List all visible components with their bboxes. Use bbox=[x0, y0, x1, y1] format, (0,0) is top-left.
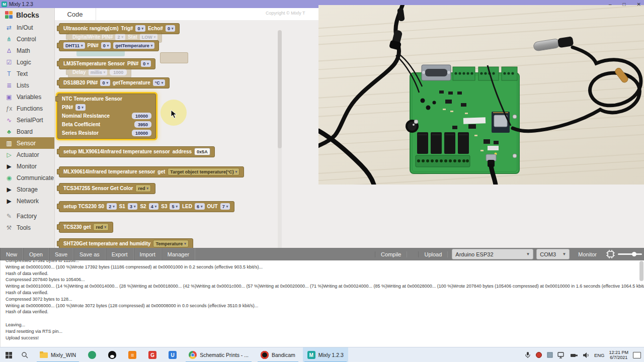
output-console[interactable]: Compressed 17392 bytes to 11186...Writin… bbox=[0, 260, 644, 347]
sidebar-item-inout[interactable]: ⇄In/Out bbox=[0, 22, 54, 33]
import-button[interactable]: Import bbox=[134, 248, 162, 260]
usb-device-icon[interactable] bbox=[570, 352, 578, 358]
notification-center-icon[interactable] bbox=[633, 352, 641, 358]
sidebar-item-lists[interactable]: ≣Lists bbox=[0, 79, 54, 91]
block-label: Series Resistor bbox=[62, 130, 99, 136]
block-dropdown[interactable]: 2▾ bbox=[115, 34, 125, 40]
monitor-button[interactable]: Monitor bbox=[573, 251, 602, 257]
close-button[interactable]: ✕ bbox=[637, 2, 641, 7]
block-dropdown[interactable]: millis▾ bbox=[89, 69, 108, 75]
maximize-button[interactable]: □ bbox=[623, 2, 626, 7]
recording-indicator-icon[interactable] bbox=[535, 351, 542, 358]
tab-code[interactable]: Code bbox=[54, 8, 96, 20]
block-delay-ghost[interactable]: Delaymillis▾1000 bbox=[68, 67, 131, 78]
block-dropdown[interactable]: 5▾ bbox=[170, 203, 180, 210]
block-dropdown[interactable]: 6▾ bbox=[195, 203, 205, 210]
block-dropdown[interactable]: °C▾ bbox=[153, 79, 166, 86]
block-value-field[interactable]: 3950 bbox=[134, 121, 151, 128]
block-dropdown[interactable]: Temperature▾ bbox=[153, 240, 188, 247]
tray-app-icon[interactable] bbox=[547, 352, 553, 358]
sidebar-item-network[interactable]: ▶Network bbox=[0, 195, 54, 207]
mixly-app-icon: M bbox=[2, 2, 7, 7]
taskbar-app-app-wps[interactable] bbox=[124, 347, 141, 362]
block-mlx90614-get[interactable]: MLX90614Infrared temperature sensorgetTa… bbox=[59, 166, 244, 177]
taskbar-app-app-u[interactable]: U bbox=[164, 347, 181, 362]
microphone-icon[interactable] bbox=[525, 351, 531, 358]
block-value-field[interactable]: 0x5A bbox=[194, 148, 210, 155]
taskbar-app-mixly[interactable]: MMixly 1.2.3 bbox=[303, 347, 348, 362]
start-button[interactable] bbox=[0, 347, 17, 362]
block-dropdown[interactable]: 0▾ bbox=[135, 25, 145, 32]
block-dropdown[interactable]: 7▾ bbox=[220, 203, 230, 210]
sidebar-item-communicate[interactable]: ◉Communicate bbox=[0, 172, 54, 184]
block-dropdown[interactable]: 0▾ bbox=[101, 42, 111, 49]
console-scrollbar-thumb[interactable] bbox=[639, 261, 643, 281]
block-dropdown[interactable]: 0▾ bbox=[166, 25, 176, 32]
speaker-icon[interactable] bbox=[583, 352, 590, 358]
block-dropdown[interactable]: 4▾ bbox=[149, 203, 159, 210]
block-dropdown[interactable]: 0▾ bbox=[141, 60, 151, 67]
sidebar-item-board[interactable]: ♣Board bbox=[0, 126, 54, 137]
sidebar-item-text[interactable]: TText bbox=[0, 68, 54, 79]
open-button[interactable]: Open bbox=[23, 248, 49, 260]
block-dropdown[interactable]: DHT11▾ bbox=[63, 42, 85, 49]
sidebar-item-monitor[interactable]: ▶Monitor bbox=[0, 160, 54, 172]
sidebar-item-variables[interactable]: ▣Variables bbox=[0, 91, 54, 103]
block-dropdown[interactable]: 0▾ bbox=[100, 79, 110, 86]
taskbar-app-mixly-win-folder[interactable]: Mixly_WIN bbox=[35, 347, 80, 362]
block-ds18b20[interactable]: DS18B20 PIN#0▾getTemperature°C▾ bbox=[59, 77, 170, 88]
language-indicator[interactable]: ENG bbox=[594, 352, 605, 358]
block-dht11[interactable]: DHT11▾PIN#0▾getTemperature▾ bbox=[59, 40, 159, 51]
block-dropdown[interactable]: 3▾ bbox=[128, 203, 138, 210]
block-ntc[interactable]: NTC Temperature SensorPIN#0▾Nominal Resi… bbox=[57, 94, 156, 139]
sidebar-item-functions[interactable]: ƒxFunctions bbox=[0, 103, 54, 114]
taskbar-search-button[interactable] bbox=[17, 347, 32, 362]
block-mlx90614-setup[interactable]: setup MLX90614Infrared temperature senso… bbox=[59, 146, 215, 157]
sidebar-item-factory[interactable]: ✎Factory bbox=[0, 210, 54, 222]
block-value-field[interactable]: 10000 bbox=[132, 130, 151, 136]
sidebar-item-control[interactable]: ⋔Control bbox=[0, 33, 54, 45]
taskbar-app-app-qq[interactable] bbox=[104, 347, 121, 362]
taskbar-app-app-green[interactable] bbox=[84, 347, 101, 362]
board-select[interactable]: Arduino ESP32▼ bbox=[452, 249, 533, 259]
ui-zoom-slider[interactable] bbox=[618, 248, 642, 260]
block-dropdown[interactable]: LOW▾ bbox=[140, 34, 158, 40]
block-dropdown[interactable]: red▾ bbox=[135, 185, 151, 192]
taskbar-app-app-g[interactable]: G bbox=[144, 347, 161, 362]
taskbar-app-chrome[interactable]: Schematic Prints - ... bbox=[184, 347, 253, 362]
slider-knob[interactable] bbox=[632, 252, 636, 256]
compile-button[interactable]: Compile bbox=[375, 251, 407, 257]
export-button[interactable]: Export bbox=[106, 248, 134, 260]
block-dropdown[interactable]: red▾ bbox=[93, 223, 109, 231]
block-value-field[interactable]: 10000 bbox=[132, 113, 151, 119]
block-dropdown[interactable]: 2▾ bbox=[107, 203, 117, 210]
save-as-button[interactable]: Save as bbox=[73, 248, 106, 260]
sidebar-item-sensor[interactable]: ▥Sensor bbox=[0, 137, 54, 149]
flyout-scrollbar-thumb[interactable] bbox=[278, 30, 282, 148]
minimize-button[interactable]: – bbox=[609, 2, 612, 7]
taskbar-app-bandicam[interactable]: Bandicam bbox=[256, 347, 300, 362]
sidebar-item-actuator[interactable]: ▷Actuator bbox=[0, 149, 54, 160]
taskbar-clock[interactable]: 12:21 PM6/7/2021 bbox=[609, 350, 628, 360]
manager-button[interactable]: Manager bbox=[162, 248, 195, 260]
sidebar-item-serialport[interactable]: ∿SerialPort bbox=[0, 114, 54, 126]
chip-icon[interactable] bbox=[606, 250, 615, 258]
block-dropdown[interactable]: Target object temperature(°C)▾ bbox=[168, 168, 239, 175]
sidebar-item-tools[interactable]: ⚒Tools bbox=[0, 222, 54, 233]
block-tcs230-get[interactable]: TCS230 getred▾ bbox=[59, 222, 113, 233]
sidebar-item-storage[interactable]: ▶Storage bbox=[0, 184, 54, 195]
upload-button[interactable]: Upload bbox=[418, 251, 448, 257]
flyout-scrollbar[interactable] bbox=[278, 30, 282, 253]
block-tcs230-setup[interactable]: setup TCS230 S02▾S13▾S24▾S35▾LED6▾OUT7▾ bbox=[59, 201, 234, 212]
save-button[interactable]: Save bbox=[49, 248, 73, 260]
block-value-field[interactable]: 1000 bbox=[110, 69, 127, 75]
block-tcs347255-get-color[interactable]: TCS347255 Sensor Get Colorred▾ bbox=[59, 183, 155, 194]
block-dropdown[interactable]: 0▾ bbox=[75, 104, 86, 111]
port-select[interactable]: COM3▼ bbox=[536, 249, 570, 259]
sidebar-item-math[interactable]: ∆Math bbox=[0, 45, 54, 56]
block-dropdown[interactable]: getTemperature▾ bbox=[113, 42, 154, 49]
new-button[interactable]: New bbox=[0, 248, 23, 260]
sidebar-item-blocks[interactable]: Blocks bbox=[0, 8, 54, 22]
sidebar-item-logic[interactable]: ☑Logic bbox=[0, 56, 54, 68]
network-icon[interactable] bbox=[557, 352, 566, 358]
